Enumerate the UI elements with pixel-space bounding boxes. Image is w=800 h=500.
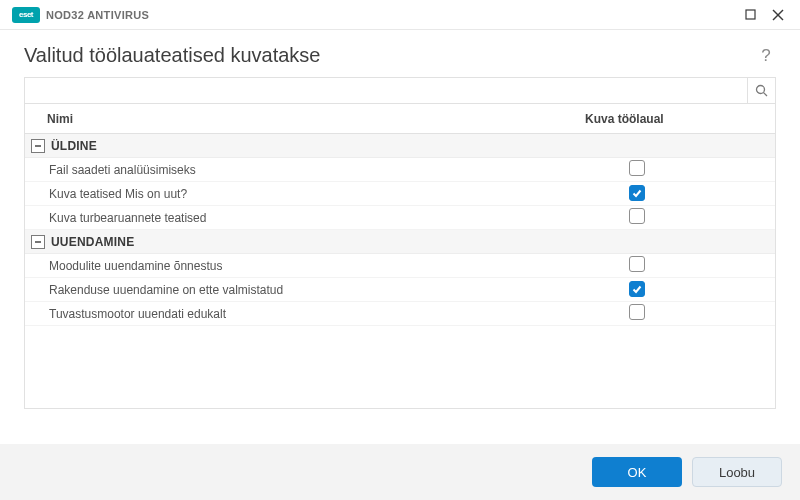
show-on-desktop-checkbox[interactable] bbox=[629, 281, 645, 297]
item-label: Tuvastusmootor uuendati edukalt bbox=[25, 307, 585, 321]
titlebar: eset NOD32 ANTIVIRUS bbox=[0, 0, 800, 30]
notifications-panel: Nimi Kuva töölaual ÜLDINEFail saadeti an… bbox=[24, 77, 776, 409]
group-title: UUENDAMINE bbox=[51, 235, 134, 249]
show-on-desktop-checkbox[interactable] bbox=[629, 208, 645, 224]
brand-logo: eset NOD32 ANTIVIRUS bbox=[12, 7, 149, 23]
group-row[interactable]: ÜLDINE bbox=[25, 134, 775, 158]
item-check-cell bbox=[585, 281, 775, 298]
search-input[interactable] bbox=[25, 78, 747, 103]
group-row[interactable]: UUENDAMINE bbox=[25, 230, 775, 254]
svg-line-4 bbox=[764, 93, 767, 96]
page-header: Valitud töölauateatised kuvatakse ? bbox=[0, 30, 800, 77]
item-label: Kuva turbearuannete teatised bbox=[25, 211, 585, 225]
item-label: Moodulite uuendamine õnnestus bbox=[25, 259, 585, 273]
item-check-cell bbox=[585, 208, 775, 227]
brand-product: NOD32 ANTIVIRUS bbox=[46, 9, 149, 21]
dialog-footer: OK Loobu bbox=[0, 444, 800, 500]
collapse-icon[interactable] bbox=[31, 235, 45, 249]
show-on-desktop-checkbox[interactable] bbox=[629, 160, 645, 176]
brand-badge: eset bbox=[12, 7, 40, 23]
table-row: Moodulite uuendamine õnnestus bbox=[25, 254, 775, 278]
table-row: Rakenduse uuendamine on ette valmistatud bbox=[25, 278, 775, 302]
show-on-desktop-checkbox[interactable] bbox=[629, 185, 645, 201]
table-row: Fail saadeti analüüsimiseks bbox=[25, 158, 775, 182]
column-show: Kuva töölaual bbox=[585, 112, 775, 126]
show-on-desktop-checkbox[interactable] bbox=[629, 304, 645, 320]
search-button[interactable] bbox=[747, 78, 775, 103]
help-button[interactable]: ? bbox=[756, 46, 776, 66]
cancel-button[interactable]: Loobu bbox=[692, 457, 782, 487]
show-on-desktop-checkbox[interactable] bbox=[629, 256, 645, 272]
item-check-cell bbox=[585, 185, 775, 202]
table-row: Kuva turbearuannete teatised bbox=[25, 206, 775, 230]
window-maximize-button[interactable] bbox=[736, 3, 764, 27]
svg-rect-0 bbox=[746, 10, 755, 19]
table-body: ÜLDINEFail saadeti analüüsimiseksKuva te… bbox=[25, 134, 775, 408]
item-check-cell bbox=[585, 304, 775, 323]
collapse-icon[interactable] bbox=[31, 139, 45, 153]
table-header: Nimi Kuva töölaual bbox=[25, 104, 775, 134]
item-label: Kuva teatised Mis on uut? bbox=[25, 187, 585, 201]
item-label: Rakenduse uuendamine on ette valmistatud bbox=[25, 283, 585, 297]
item-check-cell bbox=[585, 256, 775, 275]
search-row bbox=[25, 78, 775, 104]
search-icon bbox=[755, 84, 768, 97]
item-check-cell bbox=[585, 160, 775, 179]
item-label: Fail saadeti analüüsimiseks bbox=[25, 163, 585, 177]
window-close-button[interactable] bbox=[764, 3, 792, 27]
group-title: ÜLDINE bbox=[51, 139, 97, 153]
table-row: Kuva teatised Mis on uut? bbox=[25, 182, 775, 206]
table-row: Tuvastusmootor uuendati edukalt bbox=[25, 302, 775, 326]
svg-point-3 bbox=[757, 86, 765, 94]
page-title: Valitud töölauateatised kuvatakse bbox=[24, 44, 756, 67]
column-name: Nimi bbox=[25, 112, 585, 126]
ok-button[interactable]: OK bbox=[592, 457, 682, 487]
